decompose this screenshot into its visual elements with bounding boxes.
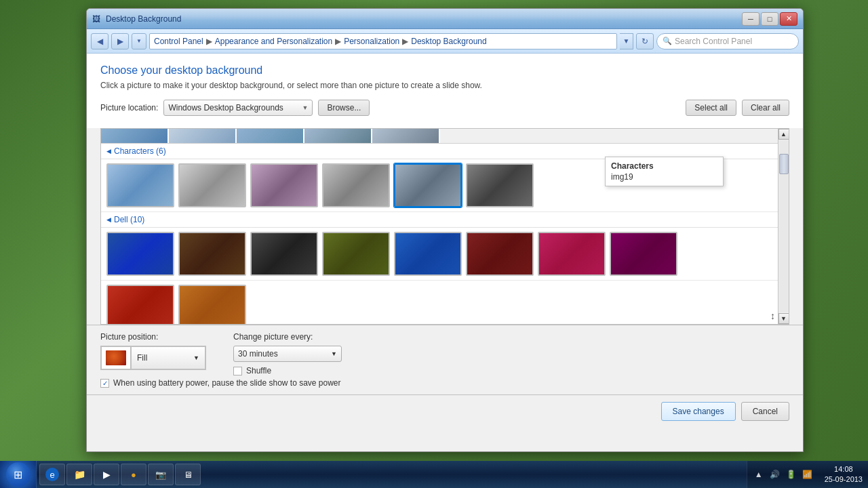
characters-thumb-5[interactable]: [394, 163, 462, 207]
breadcrumb-personalization[interactable]: Personalization: [344, 37, 399, 46]
scrollbar-down-button[interactable]: ▼: [778, 313, 789, 324]
dell-thumb-2[interactable]: [178, 232, 246, 276]
taskbar-item-media[interactable]: ▶: [94, 464, 119, 485]
search-box[interactable]: 🔍 Search Control Panel: [656, 33, 799, 49]
save-changes-button[interactable]: Save changes: [661, 402, 736, 421]
characters-thumb-2[interactable]: [178, 163, 246, 207]
forward-button[interactable]: ▶: [111, 33, 129, 49]
dell-section-title: Dell (10): [114, 215, 144, 224]
breadcrumb-desktop-bg[interactable]: Desktop Background: [411, 37, 486, 46]
vertical-scrollbar[interactable]: ▲ ▼: [778, 129, 789, 324]
select-all-button[interactable]: Select all: [686, 100, 736, 116]
monitor-icon: 🖥: [181, 468, 195, 481]
dell-thumb-3[interactable]: [250, 232, 318, 276]
list-item[interactable]: [610, 232, 677, 276]
list-item[interactable]: Characters img19: [466, 163, 534, 207]
dell-thumb-5[interactable]: [394, 232, 462, 276]
address-dropdown-button[interactable]: ▼: [620, 33, 633, 49]
tray-icon-network2[interactable]: 📶: [802, 468, 814, 481]
search-placeholder: Search Control Panel: [675, 37, 752, 46]
image-container[interactable]: ◀ Characters (6): [100, 128, 789, 325]
scrollbar-thumb[interactable]: [779, 154, 789, 174]
cancel-button[interactable]: Cancel: [741, 402, 789, 421]
dropdown-history-button[interactable]: ▼: [132, 33, 146, 49]
back-button[interactable]: ◀: [91, 33, 108, 49]
change-picture-group: Change picture every: 30 minutes ▼ Shuff…: [233, 332, 342, 375]
list-item[interactable]: [394, 163, 462, 207]
refresh-button[interactable]: ↻: [636, 33, 654, 49]
dell-thumb-6[interactable]: [466, 232, 534, 276]
tray-icon-battery[interactable]: 🔋: [785, 468, 797, 481]
partial-thumb-2: [169, 129, 237, 144]
picture-location-label: Picture location:: [100, 103, 158, 113]
characters-thumb-3[interactable]: [250, 163, 318, 207]
search-icon: 🔍: [663, 37, 672, 45]
partial-top-row: [101, 129, 789, 144]
dell-thumb-8[interactable]: [610, 232, 677, 276]
taskbar-items: e 📁 ▶ ● 📷: [37, 461, 747, 488]
tray-icon-volume[interactable]: 🔊: [769, 468, 781, 481]
clear-all-button[interactable]: Clear all: [742, 100, 789, 116]
dell-collapse-icon[interactable]: ◀: [106, 216, 111, 223]
time-dropdown[interactable]: 30 minutes ▼: [233, 346, 342, 362]
characters-thumbs-row: Characters img19: [101, 159, 789, 212]
characters-thumb-1[interactable]: [106, 163, 174, 207]
partial-thumb-3: [237, 129, 304, 144]
scrollbar-track[interactable]: [779, 140, 789, 312]
list-item[interactable]: [322, 163, 390, 207]
address-path[interactable]: Control Panel ▶ Appearance and Personali…: [149, 33, 617, 49]
minimize-button[interactable]: ─: [742, 12, 760, 26]
battery-label: When using battery power, pause the slid…: [113, 378, 341, 388]
list-item[interactable]: [106, 163, 174, 207]
list-item[interactable]: [394, 232, 462, 276]
characters-thumb-6[interactable]: [466, 163, 534, 207]
list-item[interactable]: [250, 163, 318, 207]
start-button[interactable]: ⊞: [0, 461, 37, 488]
taskbar-item-filemanager[interactable]: 📁: [66, 464, 92, 485]
picture-location-value: Windows Desktop Backgrounds: [168, 103, 283, 113]
browse-button[interactable]: Browse...: [318, 100, 370, 116]
breadcrumb-ap[interactable]: Appearance and Personalization: [215, 37, 332, 46]
dell-thumb-1[interactable]: [106, 232, 174, 276]
taskbar-item-ie[interactable]: e: [39, 464, 65, 485]
list-item[interactable]: [322, 232, 390, 276]
list-item[interactable]: [178, 285, 246, 325]
list-item[interactable]: [178, 232, 246, 276]
position-thumb-image: [106, 350, 126, 365]
maximize-button[interactable]: □: [761, 12, 778, 26]
clock-time: 14:08: [834, 464, 853, 474]
list-item[interactable]: [178, 163, 246, 207]
close-button[interactable]: ✕: [780, 12, 797, 26]
clock-date: 25-09-2013: [825, 474, 863, 485]
characters-thumb-4[interactable]: [322, 163, 390, 207]
taskbar-clock[interactable]: 14:08 25-09-2013: [819, 461, 868, 488]
shuffle-checkbox[interactable]: [233, 367, 242, 375]
picture-location-dropdown[interactable]: Windows Desktop Backgrounds ▼: [163, 100, 313, 116]
dell-thumb-4[interactable]: [322, 232, 390, 276]
folder-icon: 📁: [73, 468, 86, 481]
taskbar-item-camera[interactable]: 📷: [148, 464, 174, 485]
dell-thumb-7[interactable]: [538, 232, 606, 276]
breadcrumb-cp[interactable]: Control Panel: [154, 37, 203, 46]
characters-collapse-icon[interactable]: ◀: [106, 148, 111, 155]
list-item[interactable]: [466, 232, 534, 276]
tray-icon-network[interactable]: ▲: [753, 468, 765, 481]
list-item[interactable]: [106, 285, 174, 325]
dell-thumb-10[interactable]: [178, 285, 246, 325]
fill-dropdown[interactable]: Fill ▼: [132, 346, 206, 370]
position-preview: [100, 346, 132, 370]
list-item[interactable]: [106, 232, 174, 276]
list-item[interactable]: [538, 232, 606, 276]
media-icon: ▶: [100, 468, 113, 481]
battery-checkbox[interactable]: [100, 379, 109, 388]
taskbar-item-monitor[interactable]: 🖥: [175, 464, 201, 485]
list-item[interactable]: [250, 232, 318, 276]
scrollbar-up-button[interactable]: ▲: [778, 129, 789, 140]
start-orb[interactable]: ⊞: [6, 462, 31, 487]
taskbar-item-chrome[interactable]: ●: [121, 464, 146, 485]
page-subtitle: Click a picture to make it your desktop …: [100, 81, 789, 90]
titlebar: 🖼 Desktop Background ─ □ ✕: [87, 9, 803, 29]
dell-thumbs-row-2: [101, 281, 789, 325]
back-icon: ◀: [97, 37, 103, 46]
dell-thumb-9[interactable]: [106, 285, 174, 325]
